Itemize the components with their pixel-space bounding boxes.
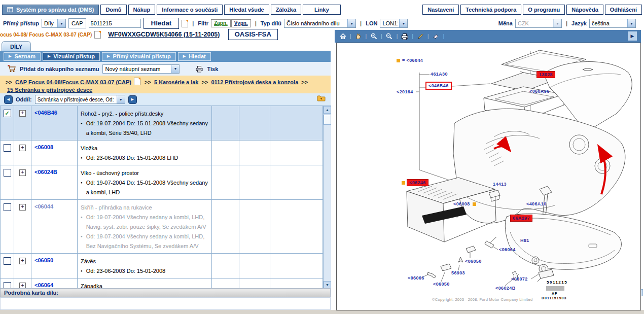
chevron-down-icon[interactable]: ▼ bbox=[627, 19, 635, 27]
menu-help[interactable]: Nápověda bbox=[566, 5, 603, 15]
menu-home[interactable]: Domů bbox=[100, 5, 126, 15]
part-callout[interactable]: 461A30 bbox=[431, 72, 448, 77]
tab-parts[interactable]: DÍLY bbox=[2, 41, 31, 51]
chevron-down-icon[interactable]: ▼ bbox=[57, 19, 65, 27]
home-icon[interactable] bbox=[338, 32, 348, 41]
table-row[interactable]: ✓ + <046B46 Rohož - pryž. - police příst… bbox=[1, 106, 323, 141]
table-row[interactable]: + <06024B Vlko - úschovný prostor ●Od: 1… bbox=[1, 165, 323, 200]
view-direct-visual-button[interactable]: ▶Přímý vizuální přístup bbox=[102, 52, 176, 61]
menu-purchase[interactable]: Nákup bbox=[128, 5, 156, 15]
part-callout[interactable]: <06024B bbox=[495, 286, 516, 291]
filter-on-button[interactable]: Zapn. bbox=[211, 19, 231, 27]
menu-links[interactable]: Linky bbox=[303, 5, 341, 15]
part-number-link[interactable]: <06050 bbox=[31, 254, 78, 278]
copy-page-icon[interactable] bbox=[182, 20, 188, 27]
breadcrumb-page-icon[interactable] bbox=[134, 78, 140, 85]
chevron-down-icon[interactable]: ▼ bbox=[117, 95, 125, 103]
zoom-in-icon[interactable] bbox=[369, 32, 379, 41]
part-number-link[interactable]: <06064 bbox=[31, 278, 78, 288]
language-select[interactable]: čeština▼ bbox=[589, 19, 636, 28]
part-type-select[interactable]: Číslo náhradního dílu▼ bbox=[284, 19, 356, 28]
print-icon[interactable] bbox=[400, 32, 410, 41]
part-callout-highlighted[interactable]: 06A297 bbox=[510, 215, 532, 222]
expand-panel-button[interactable]: ▶ bbox=[628, 31, 637, 41]
menu-part-info[interactable]: Informace o součásti bbox=[157, 5, 223, 15]
part-callout[interactable]: 56903 bbox=[451, 270, 465, 275]
chevron-down-icon[interactable]: ▼ bbox=[399, 19, 407, 27]
row-checkbox-checked[interactable]: ✓ bbox=[4, 110, 11, 117]
folder-up-icon[interactable] bbox=[317, 95, 326, 103]
part-number-link[interactable]: <046B46 bbox=[31, 106, 78, 140]
part-callout[interactable]: <06008 bbox=[453, 201, 476, 206]
section-select[interactable]: Schránka v přístrojové desce, Od: 23-06-… bbox=[35, 95, 125, 104]
vin-link[interactable]: WF0WXXGCDW5K54066 (15-11-2005) bbox=[108, 31, 220, 38]
part-callout-highlighted[interactable]: 13028 bbox=[536, 71, 555, 78]
menu-logout[interactable]: Odhlášení bbox=[605, 5, 642, 15]
part-callout-highlighted[interactable]: <06246 bbox=[402, 179, 428, 186]
part-callout[interactable]: <406A10 bbox=[526, 201, 547, 206]
vehicle-page-icon[interactable] bbox=[94, 31, 101, 39]
oasis-fsa-button[interactable]: OASIS-FSA bbox=[228, 29, 278, 40]
expand-icon[interactable]: + bbox=[19, 145, 26, 151]
part-callout[interactable]: <06072 bbox=[511, 276, 528, 282]
breadcrumb-group-link[interactable]: 5 Karosérie a lak bbox=[154, 79, 198, 85]
part-number-link[interactable]: <06008 bbox=[31, 141, 78, 165]
search-button[interactable]: Hledat bbox=[144, 18, 180, 29]
part-callout[interactable]: 14413 bbox=[493, 182, 507, 187]
menu-settings[interactable]: Nastavení bbox=[422, 5, 459, 15]
row-checkbox[interactable] bbox=[4, 282, 11, 288]
table-row[interactable]: + <06008 Vložka ●Od: 23-06-2003 Do: 15-0… bbox=[1, 141, 323, 165]
part-callout[interactable]: <06064 bbox=[499, 247, 516, 252]
table-scrollbar[interactable]: ▲ ▼ bbox=[323, 106, 331, 288]
breadcrumb-subgroup-link[interactable]: 0112 Přístrojová deska a konzola bbox=[211, 79, 298, 85]
prev-section-button[interactable]: ◀ bbox=[4, 95, 13, 104]
part-number-link[interactable]: <06024B bbox=[31, 165, 78, 199]
part-callout[interactable]: <20164 bbox=[397, 89, 413, 94]
row-checkbox[interactable] bbox=[4, 257, 11, 265]
category-select[interactable]: Díly▼ bbox=[42, 19, 66, 28]
menu-about[interactable]: O programu bbox=[523, 5, 565, 15]
shopping-list-select[interactable]: Nový nákupní seznam▼ bbox=[102, 64, 180, 74]
expand-icon[interactable]: + bbox=[19, 204, 26, 211]
add-to-shopping-list-label[interactable]: Přidat do nákupního seznamu bbox=[20, 66, 99, 72]
view-visual-access-button[interactable]: ▶Vizuální přístup bbox=[43, 52, 100, 61]
filter-off-button[interactable]: Vypn. bbox=[231, 19, 251, 27]
breadcrumb-section-link[interactable]: 15 Schránka v přístrojové desce bbox=[7, 87, 92, 93]
eraser-icon[interactable] bbox=[431, 32, 441, 41]
chevron-down-icon[interactable]: ▼ bbox=[347, 19, 355, 27]
expand-icon[interactable]: + bbox=[19, 110, 26, 117]
row-checkbox[interactable] bbox=[4, 203, 11, 211]
lon-select[interactable]: LON11▼ bbox=[380, 19, 408, 28]
expand-icon[interactable]: + bbox=[19, 169, 26, 176]
next-section-button[interactable]: ▶ bbox=[128, 95, 137, 104]
table-row[interactable]: + <06064 Západka ●Od: 23-06-2003 Do: 15-… bbox=[1, 278, 323, 288]
exploded-parts-diagram[interactable]: = <06044 461A30 <046B46 <20164 13028 <06… bbox=[336, 43, 641, 310]
printer-icon[interactable] bbox=[195, 65, 203, 73]
chevron-down-icon[interactable]: ▼ bbox=[171, 65, 179, 73]
table-row[interactable]: + <06044 Skříň - přihrádka na rukavice ●… bbox=[1, 200, 323, 254]
row-checkbox[interactable] bbox=[4, 144, 11, 152]
expand-icon[interactable]: + bbox=[19, 258, 26, 264]
part-callout-selected[interactable]: <046B46 bbox=[425, 82, 452, 90]
part-callout[interactable]: <06050 bbox=[465, 259, 482, 264]
expand-icon[interactable]: + bbox=[19, 283, 26, 288]
part-number-link[interactable]: <06044 bbox=[31, 200, 78, 253]
pan-hand-icon[interactable] bbox=[353, 32, 364, 41]
scroll-down-button[interactable]: ▼ bbox=[324, 281, 331, 288]
scroll-up-button[interactable]: ▲ bbox=[324, 106, 331, 114]
view-list-button[interactable]: ▶Seznam bbox=[4, 52, 41, 61]
scrollbar-thumb[interactable] bbox=[324, 115, 331, 125]
menu-tech-support[interactable]: Technická podpora bbox=[460, 5, 521, 15]
part-search-input[interactable] bbox=[89, 19, 141, 28]
part-callout[interactable]: <06050 bbox=[433, 282, 450, 287]
part-callout[interactable]: <06066 bbox=[408, 275, 424, 281]
part-callout[interactable]: H81 bbox=[520, 238, 529, 243]
catalog-box[interactable]: CAP bbox=[68, 18, 86, 28]
table-row[interactable]: + <06050 Závěs ●Od: 23-06-2003 Do: 15-01… bbox=[1, 254, 323, 278]
annotate-pen-icon[interactable] bbox=[415, 32, 425, 41]
print-label[interactable]: Tisk bbox=[207, 66, 218, 72]
part-callout[interactable]: <060A96 bbox=[529, 89, 550, 94]
menu-bookmark[interactable]: Záložka bbox=[271, 5, 301, 15]
view-search-button[interactable]: ▶Hledat bbox=[178, 52, 211, 61]
zoom-out-icon[interactable] bbox=[384, 32, 395, 41]
